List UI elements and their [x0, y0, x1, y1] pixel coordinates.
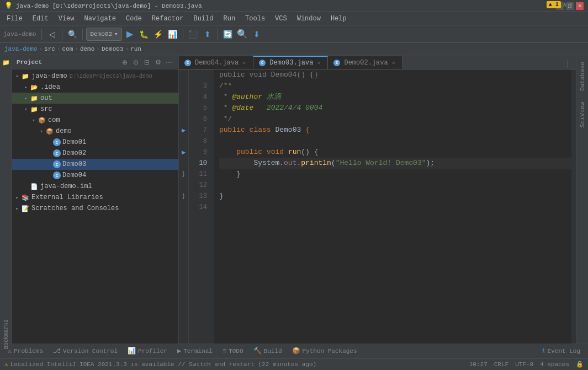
tab-demo03-close[interactable]: ✕ — [315, 60, 322, 66]
search-button[interactable]: 🔍 — [236, 28, 249, 41]
panel-locate-button[interactable]: ⊙ — [131, 57, 141, 67]
warning-collapse-icon[interactable]: ∨ — [569, 1, 573, 8]
code-content[interactable]: public void Demo04() {} /** * @author 水滴… — [214, 69, 576, 344]
tree-item-demo04[interactable]: ▸ C Demo04 — [12, 170, 178, 181]
right-sidebar-sciview[interactable]: SciView — [577, 98, 588, 132]
warning-expand-icon[interactable]: ∧ — [563, 1, 567, 8]
code-editor[interactable]: ▶ ▶ } } 3 4 5 — [179, 69, 576, 344]
demo01-class-icon: C — [53, 138, 61, 146]
tab-demo03[interactable]: C Demo03.java ✕ — [253, 56, 328, 69]
tab-demo03-label: Demo03.java — [269, 59, 313, 67]
status-position[interactable]: 10:27 — [469, 361, 488, 368]
editor-tab-more[interactable]: ⋮ — [559, 60, 576, 69]
scratches-icon: 📝 — [21, 204, 30, 213]
tab-demo04[interactable]: C Demo04.java ✕ — [179, 56, 253, 69]
menu-refactor[interactable]: Refactor — [147, 12, 188, 25]
menu-edit[interactable]: Edit — [28, 12, 53, 25]
tree-item-demo02[interactable]: ▸ C Demo02 — [12, 148, 178, 159]
status-line-ending[interactable]: CRLF — [494, 361, 508, 368]
breadcrumb-run[interactable]: run — [130, 46, 141, 52]
tree-item-scratches[interactable]: ▸ 📝 Scratches and Consoles — [12, 203, 178, 214]
project-tree: ▾ 📁 java-demo D:\IdeaProjects\java-demo … — [12, 69, 178, 344]
tree-item-com[interactable]: ▾ 📦 com — [12, 115, 178, 126]
panel-more-button[interactable]: ⋯ — [164, 57, 174, 67]
tree-label-demo03: Demo03 — [62, 160, 86, 168]
panel-settings-button[interactable]: ⚙ — [153, 57, 163, 67]
tree-item-src[interactable]: ▾ 📁 src — [12, 104, 178, 115]
python-icon: 📦 — [292, 347, 300, 355]
panel-collapse-button[interactable]: ⊟ — [142, 57, 152, 67]
bottom-tab-python[interactable]: 📦 Python Packages — [288, 345, 362, 357]
menu-build[interactable]: Build — [189, 12, 218, 25]
breadcrumb-project[interactable]: java-demo — [4, 46, 37, 52]
tree-item-iml[interactable]: ▸ 📄 java-demo.iml — [12, 181, 178, 192]
right-sidebar-database[interactable]: Database — [577, 57, 588, 95]
tab-demo02-close[interactable]: ✕ — [390, 60, 397, 66]
run-with-coverage-button[interactable]: ⚡ — [152, 28, 165, 41]
gutter-6: ▶ — [179, 125, 188, 136]
tree-item-demo03[interactable]: ▸ C Demo03 — [12, 159, 178, 170]
bottom-tab-build[interactable]: 🔨 Build — [249, 345, 287, 357]
tab-demo02[interactable]: C Demo02.java ✕ — [328, 56, 402, 69]
tree-item-out[interactable]: ▸ 📁 out — [12, 93, 178, 104]
menu-file[interactable]: File — [2, 12, 27, 25]
bottom-tab-eventlog[interactable]: 1 Event Log — [538, 345, 585, 357]
gutter-run-method[interactable]: ▶ — [182, 148, 186, 157]
menu-navigate[interactable]: Navigate — [80, 12, 120, 25]
status-indent[interactable]: 4 spaces — [540, 361, 569, 368]
bottom-tab-profiler[interactable]: 📊 Profiler — [123, 345, 172, 357]
code-line-9: public void run() { — [219, 147, 576, 158]
vcs-update-button[interactable]: 🔄 — [221, 28, 235, 41]
plugin-update-button[interactable]: ⬇ — [250, 28, 263, 41]
tree-item-root[interactable]: ▾ 📁 java-demo D:\IdeaProjects\java-demo — [12, 71, 178, 82]
status-encoding[interactable]: UTF-8 — [515, 361, 533, 368]
bottom-tab-problems[interactable]: ⚠ Problems — [3, 345, 47, 357]
tree-item-idea[interactable]: ▸ 📂 .idea — [12, 82, 178, 93]
menu-vcs[interactable]: VCS — [271, 12, 292, 25]
editor-scrollbar[interactable] — [571, 69, 576, 344]
title-bar-left: 💡 java-demo [D:\IdeaProjects\java-demo] … — [4, 2, 202, 10]
tab-demo02-label: Demo02.java — [344, 59, 388, 67]
breadcrumb-sep-4: › — [96, 46, 100, 52]
gutter-run-class[interactable]: ▶ — [182, 126, 186, 135]
demo02-class-icon: C — [53, 149, 61, 157]
tree-item-extlibs[interactable]: ▸ 📚 External Libraries — [12, 192, 178, 203]
breadcrumb-src[interactable]: src — [44, 46, 55, 52]
project-icon[interactable]: 📁 — [1, 57, 11, 67]
tab-demo04-close[interactable]: ✕ — [241, 60, 247, 66]
menu-window[interactable]: Window — [293, 12, 325, 25]
breadcrumb-demo[interactable]: demo — [80, 46, 94, 52]
tree-arrow-src: ▾ — [22, 105, 30, 113]
profile-button[interactable]: 📊 — [166, 28, 179, 41]
bottom-tab-vcs[interactable]: ⎇ Version Control — [49, 345, 122, 357]
bottom-tab-terminal[interactable]: ▶ Terminal — [173, 345, 217, 357]
toolbar-separator-4 — [183, 29, 183, 40]
back-button[interactable]: ◁ — [45, 28, 59, 41]
code-out: out — [284, 158, 296, 169]
stop-button[interactable]: ⬛ — [187, 28, 200, 41]
breadcrumb-demo03[interactable]: Demo03 — [102, 46, 124, 52]
update-button[interactable]: ⬆ — [201, 28, 214, 41]
tree-item-demo[interactable]: ▾ 📦 demo — [12, 126, 178, 137]
bookmarks-icon[interactable]: Bookmarks — [1, 329, 11, 339]
tree-label-root-path: D:\IdeaProjects\java-demo — [70, 73, 152, 79]
menu-tools[interactable]: Tools — [241, 12, 269, 25]
menu-view[interactable]: View — [54, 12, 79, 25]
bottom-tab-build-label: Build — [264, 348, 282, 355]
search-everywhere-button[interactable]: 🔍 — [66, 28, 79, 41]
close-button[interactable]: ✕ — [576, 2, 584, 10]
run-config-dropdown[interactable]: Demo02 ▾ — [86, 28, 121, 41]
debug-button[interactable]: 🐛 — [137, 28, 151, 41]
linenum-14: 14 — [189, 202, 210, 213]
run-config-chevron: ▾ — [114, 30, 118, 37]
menu-help[interactable]: Help — [326, 12, 351, 25]
bottom-bar: ⚠ Problems ⎇ Version Control 📊 Profiler … — [0, 344, 588, 358]
title-text: java-demo [D:\IdeaProjects\java-demo] - … — [16, 3, 202, 9]
menu-code[interactable]: Code — [121, 12, 146, 25]
menu-run[interactable]: Run — [219, 12, 240, 25]
panel-add-button[interactable]: ⊕ — [120, 57, 130, 67]
breadcrumb-com[interactable]: com — [62, 46, 73, 52]
bottom-tab-todo[interactable]: ≡ TODO — [218, 345, 248, 357]
run-button[interactable]: ▶ — [123, 28, 136, 41]
tree-item-demo01[interactable]: ▸ C Demo01 — [12, 137, 178, 148]
